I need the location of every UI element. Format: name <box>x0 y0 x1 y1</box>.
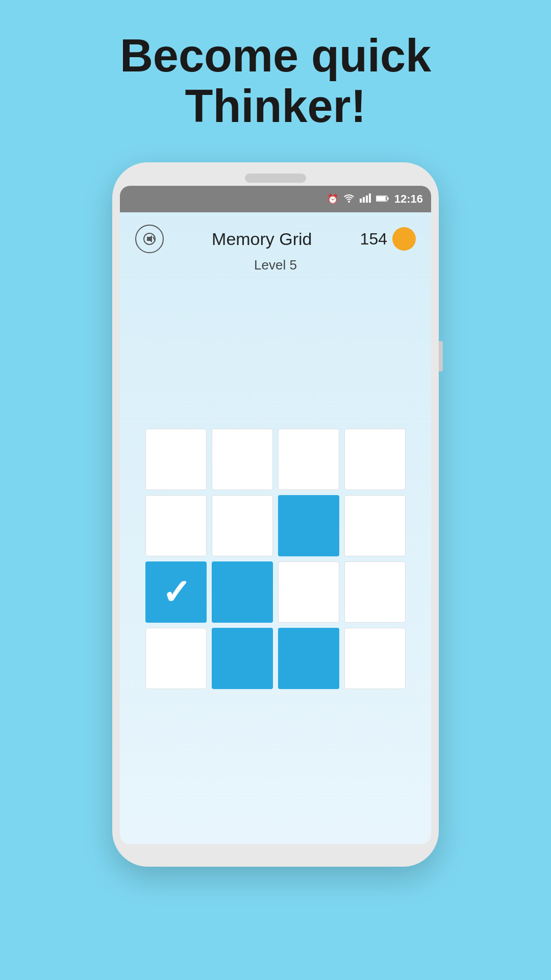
headline: Become quick Thinker! <box>89 31 462 132</box>
grid-cell-5[interactable] <box>212 495 273 556</box>
grid-cell-10[interactable] <box>278 561 339 623</box>
grid-area: ✓ <box>120 273 431 844</box>
phone-speaker <box>245 174 306 183</box>
grid-cell-15[interactable] <box>344 628 406 689</box>
svg-rect-2 <box>366 195 368 203</box>
status-time: 12:16 <box>394 192 423 206</box>
svg-rect-0 <box>360 199 362 203</box>
grid-cell-8[interactable]: ✓ <box>145 561 207 623</box>
grid-cell-3[interactable] <box>344 429 406 490</box>
coin-icon <box>392 227 416 251</box>
alarm-icon: ⏰ <box>327 193 338 205</box>
app-header: Memory Grid 154 <box>120 212 431 255</box>
grid-cell-4[interactable] <box>145 495 207 556</box>
grid-cell-13[interactable] <box>212 628 273 689</box>
grid-cell-6[interactable] <box>278 495 339 556</box>
grid-cell-12[interactable] <box>145 628 207 689</box>
sound-icon <box>142 231 157 247</box>
phone-frame: ⏰ <box>112 162 439 867</box>
wifi-icon <box>343 193 355 205</box>
signal-icon <box>360 193 371 205</box>
status-bar: ⏰ <box>120 186 431 212</box>
grid-cell-9[interactable] <box>212 561 273 623</box>
headline-line2: Thinker! <box>185 81 366 132</box>
grid-cell-14[interactable] <box>278 628 339 689</box>
level-label: Level 5 <box>120 257 431 273</box>
coin-count: 154 <box>360 230 387 249</box>
headline-line1: Become quick <box>120 30 431 81</box>
grid-cell-2[interactable] <box>278 429 339 490</box>
grid-cell-7[interactable] <box>344 495 406 556</box>
memory-grid: ✓ <box>145 429 406 689</box>
phone-screen: ⏰ <box>120 186 431 844</box>
grid-cell-11[interactable] <box>344 561 406 623</box>
svg-rect-1 <box>363 197 365 203</box>
svg-marker-8 <box>147 235 152 242</box>
sound-button[interactable] <box>135 225 164 253</box>
checkmark-icon: ✓ <box>162 575 191 609</box>
app-title: Memory Grid <box>212 229 312 249</box>
svg-rect-5 <box>377 197 386 201</box>
svg-rect-3 <box>369 193 371 203</box>
grid-cell-1[interactable] <box>212 429 273 490</box>
grid-cell-0[interactable] <box>145 429 207 490</box>
coins-area: 154 <box>360 227 416 251</box>
phone-side-button <box>439 341 443 372</box>
svg-rect-6 <box>387 198 389 200</box>
battery-icon <box>376 194 389 205</box>
